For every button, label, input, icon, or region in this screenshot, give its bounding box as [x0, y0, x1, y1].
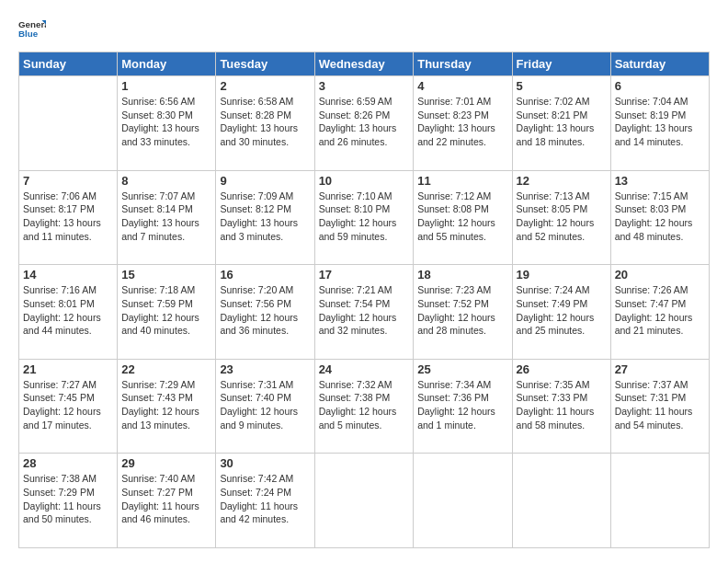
calendar-cell: 24Sunrise: 7:32 AMSunset: 7:38 PMDayligh… [314, 359, 414, 454]
calendar-cell: 8Sunrise: 7:07 AMSunset: 8:14 PMDaylight… [118, 170, 216, 265]
day-number: 26 [517, 362, 607, 376]
day-info: Sunrise: 7:27 AMSunset: 7:45 PMDaylight:… [23, 378, 113, 432]
calendar-cell: 17Sunrise: 7:21 AMSunset: 7:54 PMDayligh… [314, 265, 414, 360]
calendar-week-1: 1Sunrise: 6:56 AMSunset: 8:30 PMDaylight… [19, 76, 710, 171]
calendar-cell: 1Sunrise: 6:56 AMSunset: 8:30 PMDaylight… [118, 76, 216, 171]
day-info: Sunrise: 7:37 AMSunset: 7:31 PMDaylight:… [615, 378, 705, 432]
calendar-header-row: SundayMondayTuesdayWednesdayThursdayFrid… [19, 52, 710, 76]
day-header-saturday: Saturday [610, 52, 709, 76]
calendar-cell [512, 454, 610, 548]
calendar-cell: 2Sunrise: 6:58 AMSunset: 8:28 PMDaylight… [216, 76, 314, 171]
calendar-cell: 21Sunrise: 7:27 AMSunset: 7:45 PMDayligh… [19, 359, 118, 454]
day-info: Sunrise: 7:10 AMSunset: 8:10 PMDaylight:… [319, 190, 410, 244]
calendar-cell [19, 76, 118, 171]
day-info: Sunrise: 7:29 AMSunset: 7:43 PMDaylight:… [121, 378, 211, 432]
day-number: 25 [417, 362, 507, 376]
calendar-cell: 22Sunrise: 7:29 AMSunset: 7:43 PMDayligh… [118, 359, 216, 454]
calendar-cell: 15Sunrise: 7:18 AMSunset: 7:59 PMDayligh… [118, 265, 216, 360]
day-info: Sunrise: 7:35 AMSunset: 7:33 PMDaylight:… [517, 378, 607, 432]
day-number: 17 [319, 268, 410, 282]
calendar-cell: 5Sunrise: 7:02 AMSunset: 8:21 PMDaylight… [512, 76, 610, 171]
day-number: 13 [615, 174, 705, 188]
calendar-cell: 25Sunrise: 7:34 AMSunset: 7:36 PMDayligh… [414, 359, 512, 454]
day-info: Sunrise: 7:42 AMSunset: 7:24 PMDaylight:… [220, 472, 310, 526]
calendar-week-2: 7Sunrise: 7:06 AMSunset: 8:17 PMDaylight… [19, 170, 710, 265]
day-info: Sunrise: 7:15 AMSunset: 8:03 PMDaylight:… [615, 190, 705, 244]
calendar-cell: 9Sunrise: 7:09 AMSunset: 8:12 PMDaylight… [216, 170, 314, 265]
day-info: Sunrise: 7:13 AMSunset: 8:05 PMDaylight:… [517, 190, 607, 244]
day-header-monday: Monday [118, 52, 216, 76]
calendar-cell: 13Sunrise: 7:15 AMSunset: 8:03 PMDayligh… [610, 170, 709, 265]
day-number: 18 [417, 268, 507, 282]
calendar: SundayMondayTuesdayWednesdayThursdayFrid… [18, 52, 710, 548]
day-number: 8 [121, 174, 211, 188]
day-info: Sunrise: 7:32 AMSunset: 7:38 PMDaylight:… [319, 378, 410, 432]
calendar-cell: 10Sunrise: 7:10 AMSunset: 8:10 PMDayligh… [314, 170, 414, 265]
calendar-cell: 23Sunrise: 7:31 AMSunset: 7:40 PMDayligh… [216, 359, 314, 454]
calendar-cell [610, 454, 709, 548]
day-number: 29 [121, 456, 211, 470]
day-header-friday: Friday [512, 52, 610, 76]
day-header-wednesday: Wednesday [314, 52, 414, 76]
day-number: 12 [517, 174, 607, 188]
day-info: Sunrise: 6:56 AMSunset: 8:30 PMDaylight:… [121, 95, 211, 149]
calendar-cell: 18Sunrise: 7:23 AMSunset: 7:52 PMDayligh… [414, 265, 512, 360]
day-number: 23 [220, 362, 310, 376]
day-info: Sunrise: 7:31 AMSunset: 7:40 PMDaylight:… [220, 378, 310, 432]
day-info: Sunrise: 7:20 AMSunset: 7:56 PMDaylight:… [220, 283, 310, 338]
calendar-cell: 3Sunrise: 6:59 AMSunset: 8:26 PMDaylight… [314, 76, 414, 171]
calendar-cell: 28Sunrise: 7:38 AMSunset: 7:29 PMDayligh… [19, 454, 118, 548]
day-info: Sunrise: 7:24 AMSunset: 7:49 PMDaylight:… [517, 283, 607, 338]
day-info: Sunrise: 7:21 AMSunset: 7:54 PMDaylight:… [319, 283, 410, 338]
day-number: 20 [615, 268, 705, 282]
calendar-cell: 26Sunrise: 7:35 AMSunset: 7:33 PMDayligh… [512, 359, 610, 454]
day-number: 7 [23, 174, 113, 188]
day-info: Sunrise: 6:58 AMSunset: 8:28 PMDaylight:… [220, 95, 310, 149]
calendar-week-5: 28Sunrise: 7:38 AMSunset: 7:29 PMDayligh… [19, 454, 710, 548]
calendar-cell [414, 454, 512, 548]
day-number: 1 [121, 79, 211, 93]
day-info: Sunrise: 7:09 AMSunset: 8:12 PMDaylight:… [220, 190, 310, 244]
day-number: 3 [319, 79, 410, 93]
day-number: 2 [220, 79, 310, 93]
calendar-cell: 7Sunrise: 7:06 AMSunset: 8:17 PMDaylight… [19, 170, 118, 265]
day-info: Sunrise: 7:23 AMSunset: 7:52 PMDaylight:… [417, 283, 507, 338]
calendar-cell: 20Sunrise: 7:26 AMSunset: 7:47 PMDayligh… [610, 265, 709, 360]
day-info: Sunrise: 7:12 AMSunset: 8:08 PMDaylight:… [417, 190, 507, 244]
calendar-cell: 19Sunrise: 7:24 AMSunset: 7:49 PMDayligh… [512, 265, 610, 360]
day-header-tuesday: Tuesday [216, 52, 314, 76]
day-number: 14 [23, 268, 113, 282]
day-header-thursday: Thursday [414, 52, 512, 76]
svg-text:General: General [18, 19, 46, 29]
day-number: 22 [121, 362, 211, 376]
day-info: Sunrise: 7:07 AMSunset: 8:14 PMDaylight:… [121, 190, 211, 244]
day-number: 28 [23, 456, 113, 470]
calendar-cell: 4Sunrise: 7:01 AMSunset: 8:23 PMDaylight… [414, 76, 512, 171]
calendar-week-4: 21Sunrise: 7:27 AMSunset: 7:45 PMDayligh… [19, 359, 710, 454]
day-number: 9 [220, 174, 310, 188]
day-number: 11 [417, 174, 507, 188]
day-info: Sunrise: 7:26 AMSunset: 7:47 PMDaylight:… [615, 283, 705, 338]
day-number: 4 [417, 79, 507, 93]
day-info: Sunrise: 7:16 AMSunset: 8:01 PMDaylight:… [23, 283, 113, 338]
day-number: 6 [615, 79, 705, 93]
calendar-week-3: 14Sunrise: 7:16 AMSunset: 8:01 PMDayligh… [19, 265, 710, 360]
day-info: Sunrise: 7:34 AMSunset: 7:36 PMDaylight:… [417, 378, 507, 432]
calendar-cell: 29Sunrise: 7:40 AMSunset: 7:27 PMDayligh… [118, 454, 216, 548]
day-info: Sunrise: 6:59 AMSunset: 8:26 PMDaylight:… [319, 95, 410, 149]
calendar-cell: 27Sunrise: 7:37 AMSunset: 7:31 PMDayligh… [610, 359, 709, 454]
day-number: 16 [220, 268, 310, 282]
day-info: Sunrise: 7:01 AMSunset: 8:23 PMDaylight:… [417, 95, 507, 149]
calendar-cell: 30Sunrise: 7:42 AMSunset: 7:24 PMDayligh… [216, 454, 314, 548]
day-number: 15 [121, 268, 211, 282]
calendar-cell [314, 454, 414, 548]
day-info: Sunrise: 7:40 AMSunset: 7:27 PMDaylight:… [121, 472, 211, 526]
calendar-cell: 14Sunrise: 7:16 AMSunset: 8:01 PMDayligh… [19, 265, 118, 360]
day-info: Sunrise: 7:18 AMSunset: 7:59 PMDaylight:… [121, 283, 211, 338]
day-number: 21 [23, 362, 113, 376]
calendar-cell: 12Sunrise: 7:13 AMSunset: 8:05 PMDayligh… [512, 170, 610, 265]
day-info: Sunrise: 7:02 AMSunset: 8:21 PMDaylight:… [517, 95, 607, 149]
calendar-cell: 16Sunrise: 7:20 AMSunset: 7:56 PMDayligh… [216, 265, 314, 360]
day-info: Sunrise: 7:38 AMSunset: 7:29 PMDaylight:… [23, 472, 113, 526]
day-number: 19 [517, 268, 607, 282]
